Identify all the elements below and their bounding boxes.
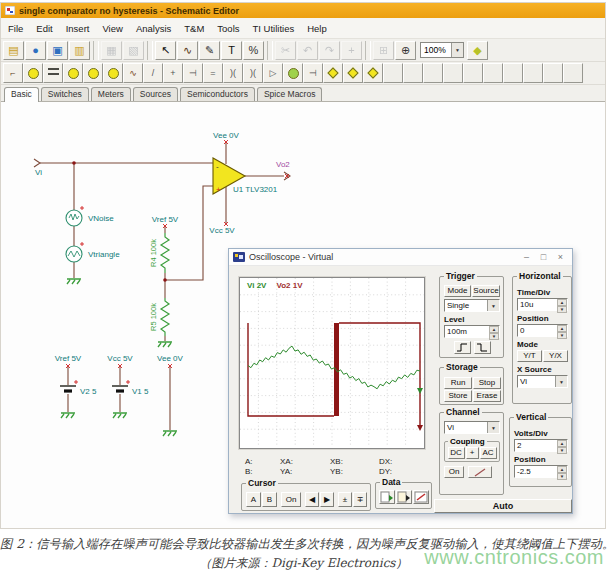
resistor-icon[interactable]: ∿ <box>123 63 143 83</box>
dropdown-icon[interactable] <box>555 376 567 387</box>
minimize-icon[interactable]: – <box>519 251 534 263</box>
oscilloscope-window[interactable]: Oscilloscope - Virtual –□× Vi 2VVo2 1V A… <box>228 248 573 514</box>
battery-v2[interactable]: V2 5 <box>60 380 97 396</box>
timediv-input[interactable]: 10u <box>517 298 568 311</box>
spin-up-icon[interactable] <box>557 440 567 447</box>
spin-up-icon[interactable] <box>489 326 499 333</box>
spin-down-icon[interactable] <box>557 332 567 339</box>
tab-spice-macros[interactable]: Spice Macros <box>257 87 323 101</box>
trigger-mode-select[interactable]: Single <box>444 299 500 312</box>
cursor-b-button[interactable]: B <box>262 492 277 507</box>
slope-button[interactable] <box>468 466 492 478</box>
dropdown-icon[interactable] <box>451 43 463 57</box>
spin-down-icon[interactable] <box>557 473 567 480</box>
resistor-r5[interactable]: R5 100k <box>149 298 169 336</box>
zoom-level-select[interactable]: 100% <box>420 42 464 58</box>
cursor-a-button[interactable]: A <box>246 492 261 507</box>
channel-on-button[interactable]: On <box>444 466 464 478</box>
trigger-source-button[interactable]: Source <box>472 285 500 297</box>
storage-erase-button[interactable]: Erase <box>473 390 501 402</box>
input-port-icon[interactable] <box>34 159 40 167</box>
mode-yt-button[interactable]: Y/T <box>517 350 542 362</box>
mode-yx-button[interactable]: Y/X <box>543 350 568 362</box>
voltage-generator-icon[interactable] <box>63 63 83 83</box>
zoom-icon[interactable]: ⊕ <box>395 41 416 60</box>
optocoupler-icon[interactable] <box>343 63 363 83</box>
text-tool-icon[interactable]: T <box>221 41 242 60</box>
menu-t-m[interactable]: T&M <box>184 23 204 34</box>
storage-store-button[interactable]: Store <box>444 390 472 402</box>
voltage-source-icon[interactable] <box>23 63 43 83</box>
transistor-icon[interactable] <box>283 63 303 83</box>
spinner[interactable] <box>557 325 567 336</box>
trigger-mode-button[interactable]: Mode <box>444 285 471 297</box>
controlled-source-icon[interactable] <box>103 63 123 83</box>
tab-sources[interactable]: Sources <box>133 87 178 101</box>
menu-view[interactable]: View <box>102 23 122 34</box>
resistor-r4[interactable]: R4 100k <box>149 233 169 273</box>
cursor-on-button[interactable]: On <box>281 492 301 507</box>
coupling-dc-button[interactable]: DC <box>448 447 465 459</box>
data-edit-button[interactable] <box>413 490 429 504</box>
led-icon[interactable] <box>323 63 343 83</box>
import-file-icon[interactable]: ▥ <box>69 41 90 60</box>
inductor-icon[interactable]: )( <box>223 63 243 83</box>
menu-insert[interactable]: Insert <box>66 23 90 34</box>
cursor-right-button[interactable]: ▶ <box>320 492 334 507</box>
battery-v1[interactable]: V1 5 <box>112 380 149 396</box>
battery-icon[interactable] <box>43 63 63 83</box>
x-source-select[interactable]: Vi <box>517 375 568 388</box>
spinner[interactable] <box>557 299 567 310</box>
spin-down-icon[interactable] <box>557 306 567 313</box>
menu-tools[interactable]: Tools <box>217 23 239 34</box>
auto-button[interactable]: Auto <box>434 499 572 513</box>
pen-tool-icon[interactable]: ✎ <box>199 41 220 60</box>
interactive-mode-icon[interactable]: ◆ <box>467 41 488 60</box>
save-icon[interactable]: ▣ <box>47 41 68 60</box>
relay-icon[interactable] <box>363 63 383 83</box>
percent-tool-icon[interactable]: % <box>243 41 264 60</box>
select-cursor-icon[interactable]: ↖ <box>155 41 176 60</box>
data-export-button[interactable] <box>379 490 395 504</box>
wire-tool-icon[interactable]: ∿ <box>177 41 198 60</box>
tab-switches[interactable]: Switches <box>41 87 89 101</box>
menu-ti-utilities[interactable]: TI Utilities <box>253 23 295 34</box>
storage-stop-button[interactable]: Stop <box>473 377 501 389</box>
spin-up-icon[interactable] <box>557 325 567 332</box>
spin-down-icon[interactable] <box>557 447 567 454</box>
cursor-up-button[interactable]: ± <box>338 492 352 507</box>
history-icon[interactable]: ● <box>25 41 46 60</box>
cursor-down-button[interactable]: ∓ <box>353 492 367 507</box>
spin-down-icon[interactable] <box>489 333 499 340</box>
channel-select[interactable]: Vi <box>444 421 500 434</box>
capacitor-icon[interactable]: ⊣ <box>183 63 203 83</box>
coupling-zero-button[interactable]: + <box>466 447 479 459</box>
schematic-canvas[interactable]: VNoise Vtriangle <box>1 102 605 528</box>
cursor-left-button[interactable]: ◀ <box>305 492 319 507</box>
maximize-icon[interactable]: □ <box>536 251 551 263</box>
menu-file[interactable]: File <box>8 23 23 34</box>
menu-help[interactable]: Help <box>307 23 327 34</box>
spinner[interactable] <box>489 326 499 337</box>
close-icon[interactable]: × <box>553 251 568 263</box>
dropdown-icon[interactable] <box>487 300 499 311</box>
open-file-icon[interactable]: ▤ <box>3 41 24 60</box>
h-position-input[interactable]: 0 <box>517 324 568 337</box>
potentiometer-icon[interactable]: / <box>143 63 163 83</box>
spinner[interactable] <box>557 466 567 477</box>
coupling-ac-button[interactable]: AC <box>480 447 497 459</box>
current-generator-icon[interactable] <box>83 63 103 83</box>
voltsdiv-input[interactable]: 2 <box>514 439 568 452</box>
app-titlebar[interactable]: single comparator no hysteresis - Schema… <box>1 3 605 18</box>
storage-run-button[interactable]: Run <box>444 377 472 389</box>
spin-up-icon[interactable] <box>557 466 567 473</box>
v-position-input[interactable]: -2.5 <box>514 465 568 478</box>
data-copy-button[interactable] <box>396 490 412 504</box>
tab-basic[interactable]: Basic <box>4 87 39 102</box>
wire-icon[interactable]: ⌐ <box>3 63 23 83</box>
terminal-icon[interactable]: ⊣ <box>303 63 323 83</box>
spin-up-icon[interactable] <box>557 299 567 306</box>
scope-titlebar[interactable]: Oscilloscope - Virtual –□× <box>229 249 572 266</box>
transformer-icon[interactable]: )( <box>243 63 263 83</box>
falling-edge-button[interactable] <box>474 341 491 354</box>
